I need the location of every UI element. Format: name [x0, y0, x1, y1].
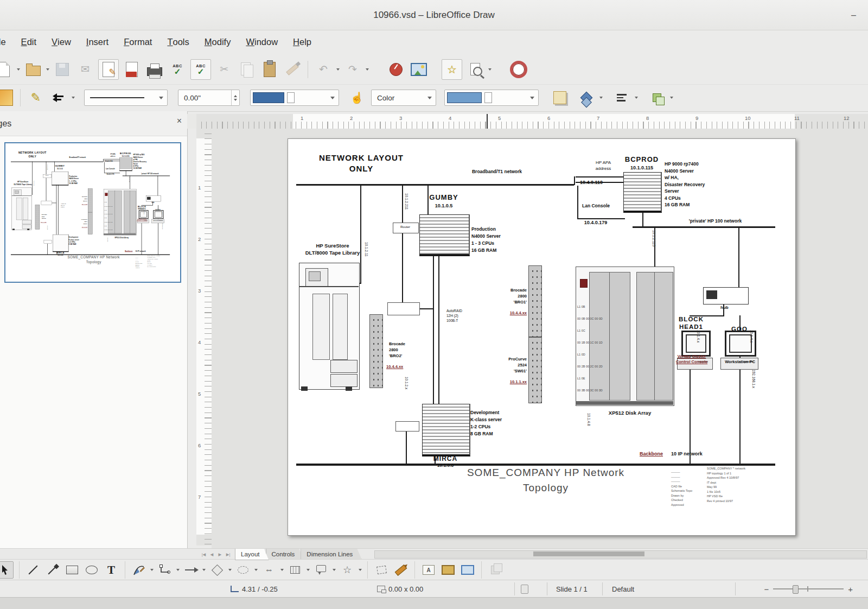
symbol-shapes-dropdown-icon[interactable] — [254, 569, 258, 571]
open-document-icon[interactable] — [23, 60, 43, 79]
menu-item-file[interactable]: File — [0, 30, 14, 54]
export-pdf-icon[interactable] — [122, 60, 142, 79]
arrow-style-dropdown-icon[interactable] — [72, 97, 75, 99]
horizontal-scrollbar[interactable] — [374, 550, 867, 559]
drawing-canvas[interactable]: NETWORK LAYOUT ONLYBroadband/T1 networkG… — [212, 129, 868, 548]
arrange-dropdown-icon[interactable] — [670, 97, 673, 99]
clone-formatting-icon[interactable] — [283, 60, 302, 79]
save-icon[interactable] — [53, 60, 72, 79]
scrollbar-thumb[interactable] — [533, 551, 644, 556]
extrusion-icon[interactable] — [487, 562, 503, 578]
line-style-select[interactable] — [84, 90, 168, 106]
area-style-select[interactable]: Color — [371, 90, 436, 106]
symbol-shapes-tool-icon[interactable] — [235, 562, 251, 578]
open-dropdown-icon[interactable] — [46, 68, 49, 71]
tab-nav-icon-0[interactable]: |◀ — [200, 550, 208, 559]
edit-mode-icon[interactable]: ✎ — [98, 59, 119, 80]
edit-points-icon[interactable]: ✎ — [26, 88, 46, 107]
redo-dropdown-icon[interactable] — [366, 68, 369, 71]
zoom-slider[interactable]: − + — [764, 580, 853, 598]
tab-controls[interactable]: Controls — [266, 549, 304, 560]
arrow-style-icon[interactable] — [49, 88, 68, 107]
zoom-page-icon[interactable] — [465, 60, 485, 79]
line-arrow-end-tool-icon[interactable] — [44, 562, 61, 578]
zoom-out-icon[interactable]: − — [764, 585, 769, 594]
tab-nav-icon-3[interactable]: ▶| — [224, 550, 232, 559]
stars-tool-icon[interactable]: ☆ — [339, 562, 355, 578]
cut-icon[interactable]: ✂ — [214, 60, 234, 79]
menu-item-insert[interactable]: Insert — [79, 30, 116, 54]
undo-icon[interactable]: ↶ — [314, 60, 333, 79]
callouts-dropdown-icon[interactable] — [333, 569, 336, 571]
auto-spellcheck-icon[interactable]: ABC✓ — [190, 59, 211, 80]
paste-icon[interactable] — [260, 60, 279, 79]
shadow-icon[interactable] — [550, 88, 570, 107]
spelling-icon[interactable]: ABC✓ — [168, 60, 187, 79]
points-tool-icon[interactable] — [373, 562, 390, 578]
styles-icon[interactable] — [0, 88, 15, 107]
connector-tool-icon[interactable] — [157, 562, 173, 578]
arrange-icon[interactable] — [647, 88, 667, 107]
menu-item-format[interactable]: Format — [116, 30, 159, 54]
minimize-icon[interactable]: – — [851, 0, 856, 30]
page-thumbnail[interactable]: NETWORK LAYOUT ONLYBroadband/T1 networkG… — [4, 142, 181, 283]
menu-item-help[interactable]: Help — [285, 30, 319, 54]
menu-item-edit[interactable]: Edit — [14, 30, 44, 54]
tab-layout[interactable]: Layout — [235, 549, 269, 560]
stepper-arrows[interactable] — [231, 90, 239, 105]
zoom-in-icon[interactable]: + — [848, 585, 853, 594]
tab-dimension-lines[interactable]: Dimension Lines — [301, 549, 362, 560]
redo-icon[interactable]: ↷ — [343, 60, 362, 79]
block-arrows-tool-icon[interactable]: ⇔ — [261, 562, 277, 578]
line-width-stepper[interactable]: 0.00" — [178, 90, 240, 106]
chart-icon[interactable] — [386, 60, 406, 79]
page-style[interactable]: Default — [612, 580, 634, 598]
vertical-ruler[interactable]: 1234567 — [196, 129, 212, 545]
stars-dropdown-icon[interactable] — [359, 569, 362, 571]
lines-arrows-tool-icon[interactable] — [183, 562, 199, 578]
lines-arrows-dropdown-icon[interactable] — [202, 569, 206, 571]
alignment-icon[interactable] — [612, 88, 631, 107]
drawing-page[interactable]: NETWORK LAYOUT ONLYBroadband/T1 networkG… — [288, 138, 796, 536]
pointer-hand-icon[interactable]: ☝ — [347, 88, 367, 107]
new-document-icon[interactable] — [0, 60, 14, 79]
menu-item-modify[interactable]: Modify — [197, 30, 239, 54]
basic-shapes-tool-icon[interactable] — [209, 562, 225, 578]
select-tool-icon[interactable] — [0, 561, 14, 579]
gallery-icon[interactable] — [440, 562, 456, 578]
line-color-select[interactable] — [250, 90, 339, 106]
block-arrows-dropdown-icon[interactable] — [280, 569, 284, 571]
help-lifebuoy-icon[interactable] — [509, 60, 528, 79]
alignment-dropdown-icon[interactable] — [635, 97, 638, 99]
new-dropdown-icon[interactable] — [17, 68, 20, 71]
menu-item-view[interactable]: View — [44, 30, 79, 54]
menu-item-window[interactable]: Window — [238, 30, 285, 54]
gluepoints-tool-icon[interactable] — [393, 562, 409, 578]
area-color-select[interactable] — [444, 90, 539, 106]
line-tool-icon[interactable] — [25, 562, 41, 578]
flowchart-tool-icon[interactable] — [287, 562, 303, 578]
rectangle-tool-icon[interactable] — [64, 562, 80, 578]
text-tool-icon[interactable]: T — [103, 562, 119, 578]
menu-item-tools[interactable]: Tools — [159, 30, 196, 54]
basic-shapes-dropdown-icon[interactable] — [228, 569, 232, 571]
zoom-slider-thumb[interactable] — [793, 585, 799, 594]
zoom-dropdown-icon[interactable] — [488, 68, 492, 71]
print-icon[interactable] — [145, 60, 164, 79]
insert-image-icon[interactable] — [409, 60, 429, 79]
email-document-icon[interactable]: ✉ — [75, 60, 95, 79]
ellipse-tool-icon[interactable] — [84, 562, 100, 578]
close-icon[interactable]: × — [177, 117, 182, 125]
curve-tool-icon[interactable] — [131, 562, 147, 578]
zoom-slider-track[interactable] — [773, 588, 844, 589]
horizontal-ruler[interactable]: 123456789101112 — [196, 114, 868, 129]
connector-dropdown-icon[interactable] — [176, 569, 180, 571]
undo-dropdown-icon[interactable] — [336, 68, 340, 71]
copy-icon[interactable] — [237, 60, 257, 79]
tab-nav-icon-2[interactable]: ▶ — [216, 550, 224, 559]
insert-frame-icon[interactable]: A — [420, 562, 437, 578]
insert-ole-icon[interactable] — [459, 562, 476, 578]
zoom-star-icon[interactable]: ☆ — [442, 59, 462, 80]
tab-nav-icon-1[interactable]: ◀ — [208, 550, 216, 559]
crystal-dropdown-icon[interactable] — [599, 97, 603, 99]
